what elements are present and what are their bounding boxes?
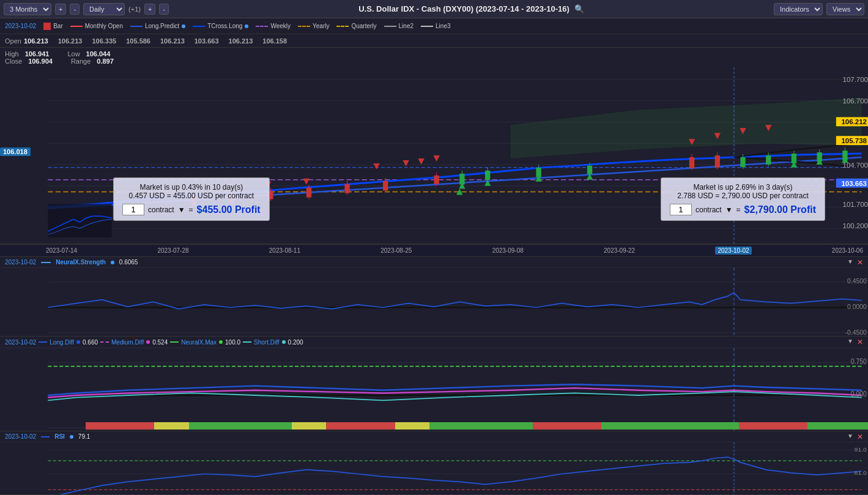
interval-select[interactable]: Daily1 Min5 Min15 Min1 HourWeekly (83, 3, 125, 15)
interval-minus-button[interactable]: - (159, 4, 169, 15)
color-seg-red-3 (533, 422, 601, 430)
current-price-label: 106.018 (0, 147, 31, 156)
rsi-header: 2023-10-02 RSI 79.1 ▼ ✕ (0, 431, 868, 442)
color-seg-green-4 (807, 422, 868, 430)
rsi-chart: 2023-10-02 RSI 79.1 ▼ ✕ (0, 431, 868, 495)
search-icon[interactable]: 🔍 (574, 4, 584, 13)
color-seg-yellow-2 (292, 422, 326, 430)
neuralx-controls: ▼ ✕ (847, 258, 863, 267)
neuralx-name: NeuralX.Strength (56, 259, 106, 266)
svg-text:-0.4500: -0.4500 (845, 329, 867, 337)
tooltip2-line2: 2.788 USD = 2,790.00 USD per contract (670, 192, 816, 200)
neuralx-chart: 2023-10-02 NeuralX.Strength 0.6065 ▼ ✕ 0… (0, 257, 868, 337)
chart-title: U.S. Dollar IDX - Cash (DXY00) (2023-07-… (172, 4, 770, 13)
rsi-value: 79.1 (78, 433, 90, 440)
tooltip1-unit: contract (148, 206, 174, 214)
svg-text:106.212: 106.212 (841, 119, 866, 126)
legend-line3: Line3 (421, 23, 450, 29)
svg-text:101.700: 101.700 (843, 201, 868, 209)
weekly-line (256, 26, 268, 27)
ind2-val3: 100.0 (225, 339, 240, 346)
ohlc-bar: Open 106.213 106.213 106.335 105.586 106… (0, 34, 868, 48)
legend-quarterly: Quarterly (336, 23, 376, 29)
tooltip2-unit: contract (696, 206, 722, 214)
ind2-date: 2023-10-02 (5, 339, 36, 346)
ind2-name4: Short.Diff (254, 339, 280, 346)
period-minus-button[interactable]: - (70, 4, 80, 15)
date-label-1: 2023-07-28 (157, 247, 188, 254)
neuralx-collapse-btn[interactable]: ▼ (847, 258, 853, 267)
price-info-block: High 106.941 Low 106.044 Close 106.904 R… (0, 48, 868, 67)
tooltip2-quantity-input[interactable] (670, 204, 692, 215)
date-label-5: 2023-09-22 (604, 247, 635, 254)
color-bar (86, 422, 868, 430)
date-label-3: 2023-08-25 (380, 247, 412, 254)
tcross-line (193, 26, 205, 27)
rsi-legend-line (41, 436, 50, 437)
svg-text:0.750: 0.750 (851, 357, 867, 365)
tooltip2-line1: Market is up 2.69% in 3 day(s) (670, 183, 816, 192)
date-axis: 2023-07-14 2023-07-28 2023-08-11 2023-08… (0, 245, 868, 257)
views-select[interactable]: Views (826, 3, 864, 15)
neuralx-header: 2023-10-02 NeuralX.Strength 0.6065 ▼ ✕ (0, 257, 868, 268)
rsi-collapse-btn[interactable]: ▼ (847, 433, 853, 441)
color-seg-green-1 (189, 422, 292, 430)
rsi-close-btn[interactable]: ✕ (857, 433, 863, 441)
color-seg-green-3 (601, 422, 739, 430)
tcross-dot (245, 24, 248, 28)
date-label-2: 2023-08-11 (269, 247, 300, 254)
ind2-controls: ▼ ✕ (847, 338, 863, 346)
neuralx-dot (111, 261, 114, 264)
line3-line (421, 26, 433, 27)
date-label-6: 2023-10-06 (832, 247, 863, 254)
ind2-name3: NeuralX.Max (181, 339, 217, 346)
legend-long-predict: Long.Predict (130, 23, 185, 29)
svg-rect-80 (0, 268, 868, 337)
neuralx-close-btn[interactable]: ✕ (857, 258, 863, 267)
legend-weekly: Weekly (256, 23, 291, 29)
svg-text:100.200: 100.200 (843, 222, 868, 229)
ind2-collapse-btn[interactable]: ▼ (847, 338, 853, 346)
period-plus-button[interactable]: + (55, 4, 66, 15)
ind2-shortdiff-line (243, 341, 251, 343)
ind2-dot4 (282, 340, 286, 344)
right-buttons: Indicators Views (774, 3, 864, 15)
ind2-close-btn[interactable]: ✕ (857, 338, 863, 346)
rsi-dot (70, 435, 73, 439)
color-seg-yellow-3 (395, 422, 429, 430)
neuralx-svg: 0.4500 0.0000 -0.4500 (0, 268, 868, 337)
svg-text:0.0000: 0.0000 (847, 302, 867, 310)
tooltip1-dropdown-icon[interactable]: ▼ (178, 206, 185, 214)
color-seg-red-1 (86, 422, 154, 430)
interval-plus-button[interactable]: + (144, 4, 155, 15)
neuralx-value: 0.6065 (119, 259, 138, 266)
color-seg-red-4 (739, 422, 807, 430)
tooltip1-line2: 0.457 USD = 455.00 USD per contract (122, 192, 261, 200)
svg-text:105.738: 105.738 (841, 137, 866, 144)
ind2-name2: Medium.Diff (111, 339, 144, 346)
date-label-highlight: 2023-10-02 (715, 247, 751, 255)
period-select[interactable]: 3 Months1 Month6 Months1 Year (4, 3, 51, 15)
legend-line2: Line2 (384, 23, 414, 29)
ind2-val1: 0.660 (83, 339, 98, 346)
svg-text:106.700: 106.700 (843, 97, 868, 105)
ohlc-open: Open 106.213 (5, 37, 48, 45)
color-seg-yellow-1 (154, 422, 188, 430)
change-label: (+1) (128, 6, 141, 13)
tooltip2-dropdown-icon[interactable]: ▼ (725, 206, 733, 214)
legend-date: 2023-10-02 (5, 23, 36, 29)
svg-text:107.700: 107.700 (843, 76, 868, 83)
legend-tcross: TCross.Long (193, 23, 248, 29)
legend-bar-item: Bar (43, 23, 63, 30)
main-chart-panel[interactable]: 106.018 (0, 67, 868, 245)
indicators-select[interactable]: Indicators (774, 3, 823, 15)
rsi-svg: 91.0 61.0 31.0 (0, 442, 868, 495)
long-predict-line (130, 26, 143, 27)
chart-container: 2023-10-02 Bar Monthly Open Long.Predict… (0, 18, 868, 495)
tooltip1-quantity-input[interactable] (122, 204, 144, 215)
tooltip1-line1: Market is up 0.43% in 10 day(s) (122, 183, 261, 192)
tooltip-box-1: Market is up 0.43% in 10 day(s) 0.457 US… (113, 177, 270, 221)
yearly-line (298, 26, 310, 27)
quarterly-line (336, 26, 349, 27)
date-label-0: 2023-07-14 (46, 247, 77, 254)
